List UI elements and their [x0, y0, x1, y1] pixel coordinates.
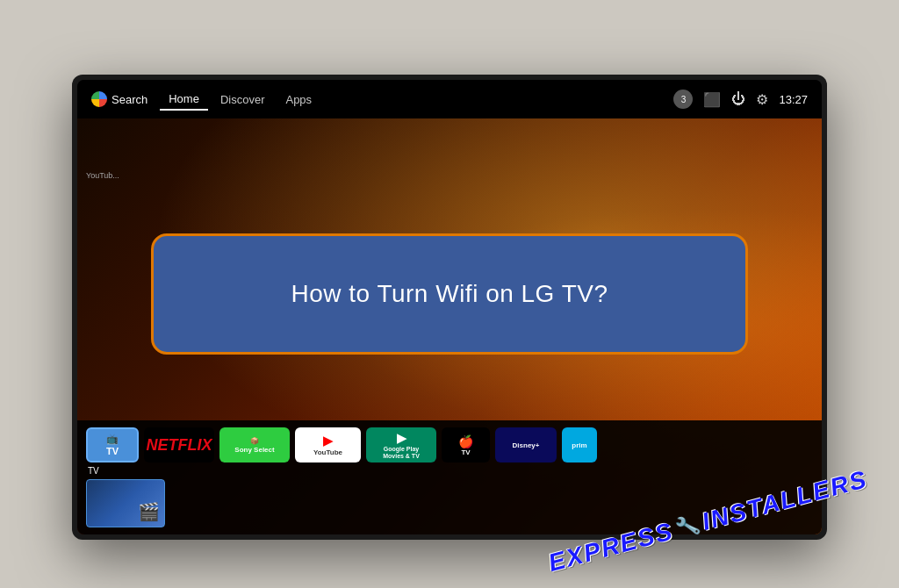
app-google-play[interactable]: ▶ Google Play Movies & TV — [366, 427, 436, 463]
topbar-right: 3 ⬛ ⏻ ⚙ 13:27 — [673, 90, 808, 109]
app-netflix[interactable]: NETFLIX — [144, 427, 214, 463]
nav-apps[interactable]: Apps — [277, 90, 320, 110]
clapboard-icon: 🎬 — [138, 501, 160, 522]
tv-nav: Search Home Discover Apps — [91, 89, 656, 111]
clock: 13:27 — [779, 93, 808, 106]
overlay-title: How to Turn Wifi on LG TV? — [291, 280, 608, 308]
nav-discover[interactable]: Discover — [212, 90, 274, 110]
app-youtube[interactable]: ▶ YouTube — [295, 427, 361, 463]
app-sony-select[interactable]: 📦 Sony Select — [219, 427, 290, 463]
notification-badge[interactable]: 3 — [673, 90, 693, 109]
tv-thumbnail[interactable]: 🎬 — [86, 479, 165, 527]
wrench-icon: 🔧 — [673, 513, 702, 541]
search-label: Search — [111, 93, 147, 106]
power-icon[interactable]: ⏻ — [731, 91, 745, 107]
search-nav-item[interactable]: Search — [91, 91, 147, 107]
app-tv[interactable]: 📺 TV — [86, 427, 139, 463]
nav-home[interactable]: Home — [160, 89, 208, 111]
app-disney-plus[interactable]: Disney+ — [495, 427, 557, 463]
settings-icon[interactable]: ⚙ — [756, 91, 768, 108]
google-icon — [91, 91, 107, 107]
youtube-partial-label: YouTub... — [86, 171, 119, 180]
app-prime[interactable]: prim — [562, 427, 597, 463]
input-icon[interactable]: ⬛ — [703, 91, 721, 108]
overlay-card: How to Turn Wifi on LG TV? — [151, 233, 748, 355]
section-label: TV — [86, 466, 813, 476]
apps-row: 📺 TV NETFLIX 📦 Sony Select ▶ YouTube — [86, 427, 813, 463]
app-apple-tv[interactable]: 🍎 TV — [442, 427, 490, 463]
tv-topbar: Search Home Discover Apps 3 — [77, 80, 822, 118]
